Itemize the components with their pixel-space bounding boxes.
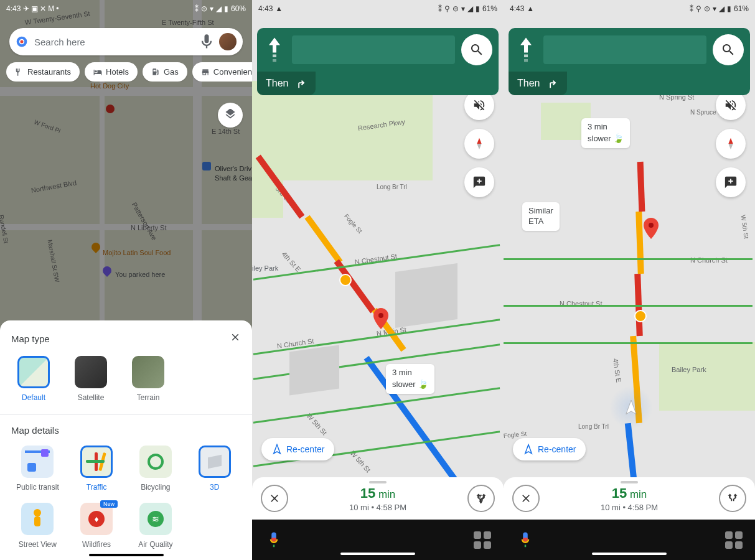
layers-button[interactable] (218, 103, 243, 128)
home-indicator[interactable] (340, 553, 415, 555)
status-bar: 4:43 ✈ ▣ ✕ M • ⁑ ⊝ ▾ ◢ ▮ 60% (0, 0, 252, 17)
detail-public-transit[interactable]: Public transit (11, 446, 64, 492)
navigation-icon (523, 444, 534, 455)
apps-button[interactable] (725, 531, 743, 549)
signal-icon: ◢ (719, 4, 725, 13)
mic-icon[interactable] (198, 33, 215, 50)
location-icon: ⚲ (696, 4, 701, 13)
maptype-default[interactable]: Default (17, 356, 50, 402)
voice-assistant-button[interactable] (516, 531, 535, 549)
restaurant-icon (15, 68, 24, 77)
category-chips: Restaurants Hotels Gas Convenience (6, 62, 252, 82)
hotel-icon (93, 68, 102, 77)
detail-bicycling[interactable]: Bicycling (129, 446, 182, 492)
chip-gas[interactable]: Gas (143, 62, 187, 82)
search-bar[interactable]: Search here (9, 28, 243, 55)
close-button[interactable] (230, 332, 241, 346)
close-icon (230, 332, 241, 343)
dnd-icon: ⊝ (201, 4, 207, 13)
eta-minutes: 15 (360, 485, 375, 501)
drag-handle[interactable] (369, 481, 387, 483)
detail-street-view[interactable]: Street View (11, 503, 64, 549)
svg-rect-5 (273, 59, 276, 62)
chip-convenience[interactable]: Convenience (192, 62, 252, 82)
home-indicator[interactable] (89, 554, 164, 556)
chip-hotels[interactable]: Hotels (85, 62, 138, 82)
detail-air-quality[interactable]: ≋Air Quality (129, 503, 182, 549)
maptype-label: Terrain (137, 393, 160, 402)
voice-assistant-button[interactable] (265, 531, 283, 549)
maptype-satellite[interactable]: Satellite (75, 356, 107, 402)
alt-routes-icon (475, 492, 487, 505)
drag-handle[interactable] (621, 481, 638, 483)
report-button[interactable] (716, 167, 746, 197)
detail-3d[interactable]: 3D (188, 446, 241, 492)
status-battery: 61% (482, 4, 497, 13)
detail-label: Street View (19, 540, 57, 549)
report-button[interactable] (464, 167, 494, 197)
gas-icon (151, 68, 160, 77)
add-report-icon (472, 175, 486, 189)
svg-rect-7 (524, 55, 528, 58)
detail-thumb: ♦New (80, 503, 113, 535)
nav-direction-panel[interactable]: Then (509, 28, 750, 95)
recenter-button[interactable]: Re-center (513, 438, 586, 460)
maptype-thumb (75, 356, 107, 388)
signal-icon: ◢ (216, 4, 222, 13)
wifi-icon: ▾ (461, 4, 465, 13)
hazard-icon (339, 274, 352, 286)
destination-pin (644, 218, 659, 239)
home-indicator[interactable] (592, 553, 667, 555)
close-nav-button[interactable] (512, 485, 540, 512)
alt-routes-button[interactable] (467, 485, 495, 512)
search-button[interactable] (713, 34, 744, 65)
detail-traffic[interactable]: Traffic (70, 446, 123, 492)
then-direction[interactable]: Then (257, 72, 316, 95)
compass-button[interactable] (716, 129, 746, 159)
alt-route-text: 3 min slower (588, 122, 611, 143)
recenter-button[interactable]: Re-center (261, 438, 334, 460)
detail-thumb (199, 446, 231, 478)
turn-right-icon (545, 77, 558, 90)
eta-details: 10 mi • 4:58 PM (601, 503, 658, 512)
then-direction[interactable]: Then (509, 72, 567, 95)
detail-wildfires[interactable]: ♦NewWildfires (70, 503, 123, 549)
status-time: 4:43 (258, 4, 273, 13)
map-type-sheet: Map type Default Satellite Terrain Map d… (0, 320, 252, 560)
close-nav-button[interactable] (261, 485, 288, 512)
location-icon: ⚲ (444, 4, 450, 13)
compass-button[interactable] (464, 129, 494, 159)
battery-icon: ▮ (224, 4, 228, 13)
status-battery: 61% (734, 4, 749, 13)
alt-route-badge[interactable]: 3 min slower 🍃 (386, 364, 434, 394)
nav-direction-panel[interactable]: Then (257, 28, 499, 95)
new-badge: New (100, 500, 118, 508)
destination-field[interactable] (543, 35, 706, 64)
wifi-icon: ▾ (713, 4, 716, 13)
street-label: Fogle St (343, 213, 363, 235)
eta-details: 10 mi • 4:58 PM (349, 503, 406, 512)
leaf-icon: 🍃 (613, 133, 624, 143)
chip-restaurants[interactable]: Restaurants (6, 62, 80, 82)
alt-routes-button[interactable] (719, 485, 746, 512)
status-bar: 4:43 ▲ ⁑⚲⊝▾◢▮61% (252, 0, 504, 17)
destination-field[interactable] (292, 35, 455, 64)
street-label: Long Br Trl (377, 184, 407, 190)
navigation-icon (271, 444, 283, 455)
nav-footer[interactable]: 15 min 10 mi • 4:58 PM (504, 477, 755, 520)
apps-button[interactable] (474, 531, 491, 549)
add-report-icon (724, 175, 738, 189)
detail-label: 3D (210, 483, 219, 492)
turn-right-icon (293, 77, 307, 90)
bluetooth-icon: ⁑ (195, 4, 199, 13)
profile-avatar[interactable] (219, 33, 237, 50)
eta-minutes: 15 (612, 485, 627, 501)
search-button[interactable] (461, 34, 492, 65)
detail-thumb (139, 446, 172, 478)
maptype-terrain[interactable]: Terrain (132, 356, 164, 402)
park-label: iley Park (252, 264, 278, 272)
nav-footer[interactable]: 15 min 10 mi • 4:58 PM (252, 477, 504, 520)
maptype-label: Satellite (78, 393, 105, 402)
alt-route-badge-slower[interactable]: 3 min slower 🍃 (581, 118, 630, 148)
alt-route-badge-similar[interactable]: Similar ETA (522, 202, 560, 231)
